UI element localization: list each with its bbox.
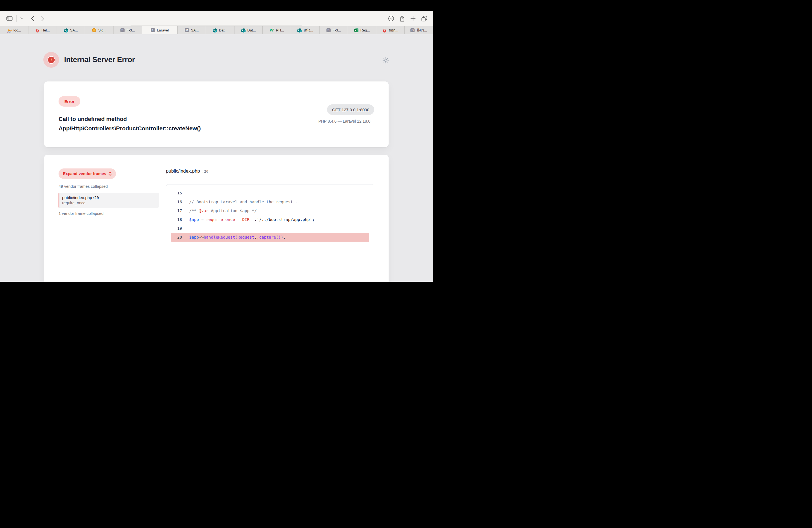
- expand-vendor-frames-label: Expand vendor frames: [63, 172, 106, 176]
- laravel-red-icon: [382, 28, 387, 33]
- browser-tab-13[interactable]: XReq...: [348, 26, 376, 34]
- code-line: 18$app = require_once __DIR__.'/../boots…: [171, 215, 369, 224]
- exception-message: Call to undefined method App\Http\Contro…: [59, 114, 201, 133]
- exception-card: Error GET 127.0.0.1:8000 PHP 8.4.6 — Lar…: [44, 82, 389, 147]
- tab-label: PH...: [276, 28, 284, 32]
- browser-tab-4[interactable]: Sig...: [85, 26, 114, 34]
- share-icon[interactable]: [400, 15, 405, 22]
- browser-tab-10[interactable]: W3PH...: [263, 26, 291, 34]
- toolbar-divider: [16, 15, 17, 22]
- tab-label: Sig...: [98, 28, 106, 32]
- exception-message-line2: App\Http\Controllers\ProductController::…: [59, 124, 201, 133]
- browser-tab-1[interactable]: PMAloc...: [0, 26, 28, 34]
- downloads-icon[interactable]: [388, 15, 394, 21]
- letter-1-icon: 1: [150, 28, 155, 33]
- svg-text:S: S: [298, 29, 299, 32]
- browser-window: 127.0.0.1 A: [0, 0, 433, 282]
- tab-label: loc...: [14, 28, 21, 32]
- sharepoint-teal-icon: S: [64, 28, 68, 33]
- tab-label: Dat...: [247, 28, 256, 32]
- tab-label: SA...: [70, 28, 78, 32]
- request-method-pill: GET 127.0.0.1:8000: [327, 104, 374, 115]
- svg-text:X: X: [354, 29, 356, 31]
- browser-tab-15[interactable]: Gบึงเว...: [405, 26, 433, 34]
- vendor-frames-collapsed-below: 1 vendor frame collapsed: [59, 211, 104, 216]
- tab-label: F-3...: [127, 28, 135, 32]
- letter-M-icon: M: [185, 28, 189, 33]
- exception-message-line1: Call to undefined method: [59, 114, 201, 124]
- new-tab-icon[interactable]: [410, 16, 416, 21]
- browser-toolbar: 127.0.0.1 A: [0, 11, 433, 26]
- browser-tab-7[interactable]: MSA...: [178, 26, 206, 34]
- code-line-highlighted: 20$app->handleRequest(Request::capture()…: [171, 233, 369, 241]
- browser-tab-6-active[interactable]: 1Laravel: [142, 26, 178, 34]
- line-number: 18: [171, 217, 182, 222]
- code-text: $app = require_once __DIR__.'/../bootstr…: [189, 217, 315, 222]
- code-line: 15: [171, 189, 369, 197]
- tab-label: Hel...: [41, 28, 50, 32]
- w3schools-icon: W3: [270, 28, 274, 33]
- code-text: $app->handleRequest(Request::capture());: [189, 235, 286, 239]
- tab-label: ดอก...: [389, 27, 398, 33]
- sharepoint-teal-icon: S: [213, 28, 217, 33]
- stack-frame-item[interactable]: public/index.php:20 require_once: [59, 193, 159, 208]
- tab-label: หนัง...: [304, 27, 313, 33]
- orange-seal-icon: [92, 28, 97, 33]
- phpmyadmin-icon: PMA: [7, 28, 12, 33]
- browser-tab-14[interactable]: ดอก...: [376, 26, 405, 34]
- letter-S-icon: S: [120, 28, 125, 33]
- sharepoint-teal-icon: S: [241, 28, 246, 33]
- frame-file: public/index.php: [62, 195, 92, 200]
- frame-line-number: :20: [92, 195, 99, 200]
- tab-label: บึงเว...: [417, 27, 427, 33]
- forward-button-icon[interactable]: [41, 16, 44, 21]
- tab-group-chevron-icon[interactable]: [20, 17, 23, 19]
- page-title: Internal Server Error: [64, 56, 135, 64]
- snippet-heading: public/index.php:20: [166, 168, 208, 174]
- letter-G-icon: G: [410, 28, 415, 33]
- browser-tab-5[interactable]: SF-3...: [114, 26, 142, 34]
- tab-label: SA...: [191, 28, 199, 32]
- snippet-line-ref: :20: [202, 169, 208, 173]
- code-line: 16// Bootstrap Laravel and handle the re…: [171, 197, 369, 206]
- frame-method: require_once: [62, 201, 159, 205]
- line-number: 20: [171, 235, 182, 239]
- tab-label: F-3...: [333, 28, 341, 32]
- vendor-frames-collapsed-above: 49 vendor frames collapsed: [59, 184, 108, 189]
- stack-trace-card: Expand vendor frames 49 vendor frames co…: [44, 155, 389, 282]
- tab-strip: PMAloc...Hel...SSA...Sig...SF-3...1Larav…: [0, 26, 433, 34]
- excel-icon: X: [354, 28, 359, 33]
- code-snippet-box: 1516// Bootstrap Laravel and handle the …: [166, 184, 374, 282]
- browser-tab-3[interactable]: SSA...: [57, 26, 85, 34]
- back-button-icon[interactable]: [31, 16, 34, 21]
- tab-label: Req...: [360, 28, 370, 32]
- code-text: /** @var Application $app */: [189, 208, 257, 213]
- sharepoint-teal-icon: S: [297, 28, 302, 33]
- letter-S-icon: S: [326, 28, 331, 33]
- line-number: 17: [171, 208, 182, 213]
- tab-label: Dat...: [219, 28, 228, 32]
- browser-tab-8[interactable]: SDat...: [206, 26, 234, 34]
- svg-text:S: S: [64, 29, 66, 32]
- environment-versions: PHP 8.4.6 — Laravel 12.18.0: [318, 119, 374, 123]
- tab-overview-icon[interactable]: [421, 16, 427, 21]
- tab-label: Laravel: [157, 28, 169, 32]
- browser-tab-11[interactable]: Sหนัง...: [291, 26, 320, 34]
- error-exclamation-icon: !: [43, 52, 59, 68]
- error-badge: Error: [59, 96, 81, 107]
- code-line: 19: [171, 224, 369, 233]
- svg-text:PMA: PMA: [8, 31, 11, 33]
- page-content: ! Internal Server Error Error GET 127.0.…: [0, 34, 433, 282]
- browser-tab-12[interactable]: SF-3...: [320, 26, 348, 34]
- laravel-red-icon: [35, 28, 40, 33]
- theme-toggle-sun-icon[interactable]: [382, 57, 389, 64]
- line-number: 19: [171, 226, 182, 231]
- sidebar-toggle-icon[interactable]: [6, 16, 13, 21]
- browser-tab-2[interactable]: Hel...: [28, 26, 57, 34]
- svg-text:S: S: [213, 29, 215, 32]
- expand-vendor-frames-button[interactable]: Expand vendor frames: [59, 168, 116, 179]
- snippet-file-name: public/index.php: [166, 168, 200, 174]
- code-line: 17/** @var Application $app */: [171, 206, 369, 215]
- browser-tab-9[interactable]: SDat...: [234, 26, 263, 34]
- expand-collapse-chevrons-icon: [108, 172, 112, 176]
